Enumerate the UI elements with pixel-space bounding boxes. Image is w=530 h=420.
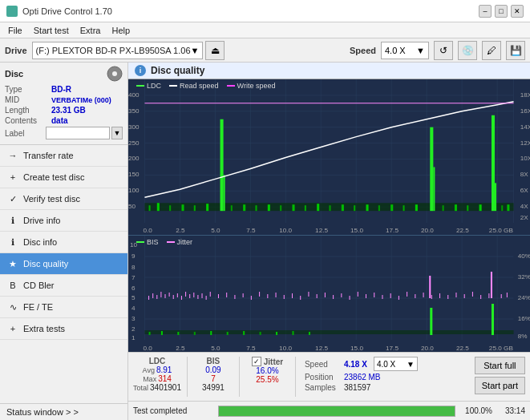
max-label-1: Max	[143, 375, 156, 383]
position-label: Position	[305, 373, 341, 382]
disc-panel-title: Disc	[5, 69, 23, 79]
svg-rect-30	[220, 119, 224, 211]
svg-rect-112	[292, 331, 293, 335]
title-bar-left: Opti Drive Control 1.70	[6, 6, 112, 17]
svg-text:200: 200	[128, 155, 140, 163]
svg-text:0.0: 0.0	[143, 345, 152, 352]
svg-text:20.0: 20.0	[421, 345, 434, 352]
maximize-button[interactable]: □	[495, 5, 508, 18]
read-speed-legend-label: Read speed	[180, 82, 219, 90]
minimize-button[interactable]: –	[479, 5, 492, 18]
start-part-button[interactable]: Start part	[475, 377, 525, 394]
svg-text:24%: 24%	[518, 294, 530, 301]
disc-label-input[interactable]	[46, 127, 110, 139]
svg-text:2.5: 2.5	[176, 345, 185, 352]
samples-row: Samples 381597	[305, 383, 468, 392]
svg-text:350: 350	[128, 107, 140, 115]
disc-mid-row: MID VERBATIMe (000)	[5, 95, 123, 104]
eject-button[interactable]: ⏏	[205, 41, 225, 60]
jitter-stats-col: ✓ Jitter 16.0% 25.5%	[245, 357, 289, 384]
stats-row: LDC Avg 8.91 Max 314 Total 3401901	[133, 355, 525, 398]
svg-text:9: 9	[131, 252, 136, 260]
divider-2	[239, 357, 240, 397]
avg-label-1: Avg	[143, 366, 155, 374]
write-button[interactable]: 🖊	[482, 41, 501, 60]
nav-item-fe-te[interactable]: ∿ FE / TE	[0, 297, 127, 318]
content-area: i Disc quality LDC Read speed	[128, 63, 530, 420]
ldc-col-header: LDC	[149, 357, 166, 365]
nav-label-extra-tests: Extra tests	[23, 324, 65, 333]
nav-item-drive-info[interactable]: ℹ Drive info	[0, 210, 127, 232]
svg-text:17.5: 17.5	[386, 345, 399, 352]
svg-text:12.5: 12.5	[315, 345, 328, 352]
refresh-button[interactable]: ↺	[434, 41, 453, 60]
nav-item-verify-test-disc[interactable]: ✓ Verify test disc	[0, 188, 127, 210]
menu-extra[interactable]: Extra	[75, 25, 106, 36]
nav-item-disc-info[interactable]: ℹ Disc info	[0, 232, 127, 253]
speed-dropdown[interactable]: 4.0 X ▼	[381, 42, 429, 59]
nav-label-drive-info: Drive info	[23, 216, 60, 225]
svg-rect-51	[455, 204, 457, 211]
svg-text:8: 8	[131, 264, 136, 271]
legend-bis: BIS	[136, 238, 159, 246]
svg-rect-36	[280, 205, 281, 211]
drive-dropdown[interactable]: (F:) PLEXTOR BD-R PX-LB950SA 1.06 ▼	[32, 42, 204, 59]
svg-text:25.0 GB: 25.0 GB	[489, 345, 513, 352]
start-full-button[interactable]: Start full	[475, 357, 525, 374]
nav-item-cd-bler[interactable]: B CD Bler	[0, 275, 127, 297]
menu-help[interactable]: Help	[107, 25, 135, 36]
disc-info-button[interactable]: 💿	[458, 41, 477, 60]
svg-rect-34	[255, 205, 257, 211]
svg-rect-52	[467, 205, 468, 211]
svg-rect-113	[309, 332, 310, 335]
svg-rect-55	[495, 183, 496, 211]
svg-rect-57	[507, 204, 509, 211]
svg-text:0.0: 0.0	[143, 227, 152, 234]
jitter-checkbox-row: ✓ Jitter	[252, 357, 283, 366]
nav-item-extra-tests[interactable]: + Extra tests	[0, 318, 127, 340]
svg-text:1: 1	[131, 334, 136, 341]
main-layout: Disc Type BD-R MID VERBATIMe (000) Lengt…	[0, 63, 530, 420]
disc-label-btn[interactable]: ▼	[111, 127, 123, 139]
checkmark-icon: ✓	[253, 357, 260, 365]
speed-row: Speed 4.18 X 4.0 X ▼	[305, 357, 468, 371]
close-button[interactable]: ✕	[511, 5, 524, 18]
write-speed-legend-label: Write speed	[237, 82, 276, 90]
svg-text:50: 50	[128, 203, 136, 210]
svg-text:5.0: 5.0	[211, 227, 220, 234]
svg-text:7.5: 7.5	[246, 345, 256, 352]
svg-text:10.0: 10.0	[279, 227, 292, 234]
bis-total: 34991	[202, 383, 225, 392]
svg-rect-24	[149, 205, 151, 211]
nav-item-transfer-rate[interactable]: → Transfer rate	[0, 145, 127, 167]
read-speed-legend-dot	[169, 85, 177, 87]
bis-max: 7	[211, 374, 216, 383]
jitter-checkbox[interactable]: ✓	[252, 357, 261, 366]
menu-start-test[interactable]: Start test	[29, 25, 74, 36]
svg-rect-37	[292, 204, 294, 211]
svg-text:16%: 16%	[518, 315, 530, 322]
lower-chart-legend: BIS Jitter	[136, 238, 192, 246]
svg-rect-40	[330, 205, 331, 211]
progress-bar-fill	[219, 406, 455, 416]
status-window-button[interactable]: Status window > >	[0, 403, 127, 420]
svg-rect-48	[403, 205, 405, 211]
svg-rect-29	[206, 204, 208, 211]
svg-text:2X: 2X	[520, 214, 529, 221]
ldc-avg: 8.91	[156, 365, 172, 374]
divider-3	[295, 357, 296, 397]
drive-toolbar: Drive (F:) PLEXTOR BD-R PX-LB950SA 1.06 …	[0, 38, 530, 63]
speed-label: Speed	[350, 46, 376, 55]
speed-stat-label: Speed	[305, 360, 341, 369]
divider-1	[187, 357, 188, 397]
save-button[interactable]: 💾	[506, 41, 525, 60]
svg-text:17.5: 17.5	[386, 227, 399, 234]
svg-rect-31	[224, 175, 225, 211]
samples-label: Samples	[305, 383, 341, 392]
menu-file[interactable]: File	[3, 25, 27, 36]
jitter-avg: 16.0%	[256, 366, 278, 375]
position-row: Position 23862 MB	[305, 373, 468, 382]
nav-item-disc-quality[interactable]: ★ Disc quality	[0, 253, 127, 275]
nav-item-create-test-disc[interactable]: + Create test disc	[0, 167, 127, 188]
speed-stat-dropdown[interactable]: 4.0 X ▼	[374, 357, 418, 371]
